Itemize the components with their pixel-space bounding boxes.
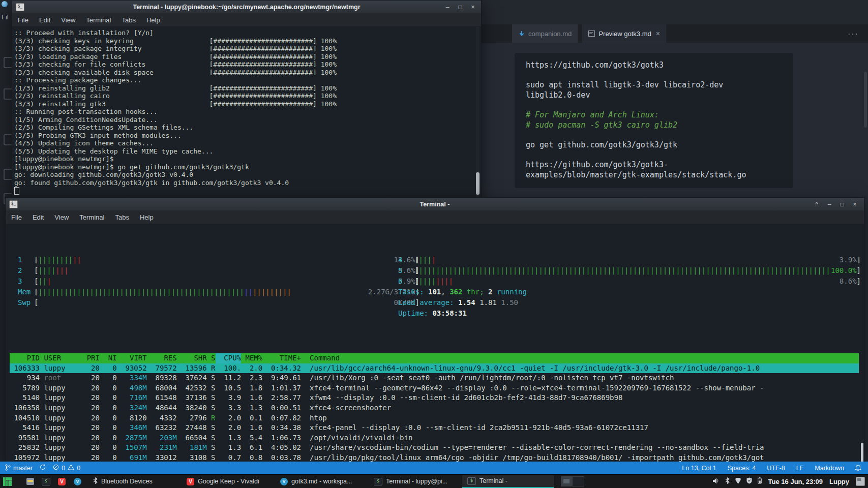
scrollbar-thumb[interactable]: [476, 172, 480, 195]
bottom-terminal-menu-help[interactable]: Help: [140, 214, 154, 221]
process-row[interactable]: 5789luppy200498M6800442532S10.51.81:01.3…: [10, 383, 859, 393]
debug-icon[interactable]: [4, 169, 12, 180]
manjaro-menu-icon[interactable]: [3, 477, 12, 486]
minimize-icon[interactable]: –: [826, 201, 832, 208]
encoding[interactable]: UTF-8: [767, 465, 785, 472]
task-button-gotk3-md-workspa[interactable]: Vgotk3.md - workspa...: [275, 475, 367, 488]
process-row[interactable]: 95581luppy2002875M203M66504S1.35.41:06.7…: [10, 433, 859, 443]
tab-label: Preview gotk3.md: [598, 30, 651, 38]
task-button-google-keep-vivaldi[interactable]: VGoogle Keep - Vivaldi: [182, 475, 273, 488]
editor-scrollbar[interactable]: [864, 72, 867, 128]
codium-logo-icon: [2, 1, 8, 7]
task-button-label: Terminal - luppy@pi...: [386, 478, 447, 485]
top-terminal-menu-tabs[interactable]: Tabs: [122, 16, 135, 24]
branch-icon: [5, 464, 11, 472]
process-row[interactable]: 25832luppy2001507M231M181MS1.36.14:05.02…: [10, 443, 859, 453]
bottom-terminal-title: Terminal -: [6, 201, 864, 208]
bottom-terminal-titlebar[interactable]: $_ Terminal - ^–□×: [6, 198, 864, 210]
bottom-terminal-menu-file[interactable]: File: [11, 214, 22, 221]
problems-indicator[interactable]: 0 0: [53, 464, 80, 472]
user-menu[interactable]: Luppy: [829, 478, 849, 485]
meter-label: 1: [18, 255, 34, 265]
explorer-icon[interactable]: [4, 57, 12, 68]
taskbar: $VV Bluetooth DevicesVGoogle Keep - Viva…: [0, 474, 868, 488]
more-actions-icon[interactable]: ···: [848, 29, 859, 39]
codium-file-menu[interactable]: Fil: [2, 13, 12, 21]
cursor-position[interactable]: Ln 13, Col 1: [682, 465, 716, 472]
error-icon: [53, 464, 59, 472]
shade-icon[interactable]: ^: [814, 201, 820, 208]
language-mode[interactable]: Markdown: [815, 465, 844, 472]
scrollbar-thumb[interactable]: [861, 443, 863, 462]
task-button-bluetooth-devices[interactable]: Bluetooth Devices: [88, 475, 179, 488]
sync-button[interactable]: [40, 464, 46, 472]
terminal-launcher[interactable]: $: [42, 477, 50, 486]
task-button-label: Terminal -: [480, 477, 507, 484]
task-button-terminal[interactable]: $Terminal -: [462, 475, 554, 488]
bell-icon[interactable]: [855, 465, 861, 471]
close-icon[interactable]: ×: [470, 4, 476, 11]
process-row[interactable]: 934root200334M8932837624S11.22.39:49.61/…: [10, 373, 859, 383]
top-terminal-titlebar[interactable]: $_ Terminal - luppy@pinebook:~/go/src/my…: [12, 1, 481, 13]
meter-2: 2[|||||||8.6%]: [18, 265, 420, 276]
tab-companion-md[interactable]: companion.md: [512, 24, 578, 43]
meter-label: 4: [398, 255, 414, 265]
process-row[interactable]: 106333luppy200930527957213596R100.2.00:3…: [10, 363, 859, 374]
battery-tray-icon[interactable]: [758, 477, 762, 486]
workspace-2[interactable]: [573, 477, 584, 486]
clock[interactable]: Tue 16 Jun, 23:09: [768, 478, 823, 485]
top-terminal-scrollbar[interactable]: [476, 27, 480, 199]
top-terminal-menu-file[interactable]: File: [18, 16, 28, 24]
search-icon[interactable]: [4, 88, 12, 100]
codium-launcher[interactable]: V: [73, 477, 82, 486]
terminal-line: go: found github.com/gotk3/gotk3/gtk in …: [14, 179, 481, 187]
indentation[interactable]: Spaces: 4: [728, 465, 756, 472]
shield-tray-icon[interactable]: [746, 477, 752, 486]
branch-indicator[interactable]: master: [5, 464, 33, 472]
top-terminal-menu-help[interactable]: Help: [146, 16, 160, 24]
top-terminal-menu-terminal[interactable]: Terminal: [86, 16, 111, 24]
files-launcher[interactable]: [26, 477, 35, 486]
code-line: go get github.com/gotk3/gotk3/gtk: [526, 140, 793, 150]
minimize-icon[interactable]: –: [444, 4, 451, 11]
maximize-icon[interactable]: □: [457, 4, 463, 11]
tab-preview-gotk3-md[interactable]: Preview gotk3.md×: [582, 24, 666, 43]
code-line: [526, 150, 793, 160]
source-control-icon[interactable]: [4, 134, 12, 145]
eol-indicator[interactable]: LF: [796, 465, 804, 472]
top-terminal-menu-edit[interactable]: Edit: [39, 16, 50, 24]
meter-value: 100.0%: [829, 265, 857, 276]
terminal-line: (3/5) Probing GTK3 input method modules.…: [14, 132, 481, 140]
bluetooth-tray-icon[interactable]: [725, 477, 730, 486]
htop-info-line: Uptime: 03:58:31: [398, 308, 467, 318]
bottom-terminal-menu-terminal[interactable]: Terminal: [79, 214, 104, 221]
bottom-terminal-menu-view[interactable]: View: [54, 214, 69, 221]
meter-label: 3: [18, 276, 34, 286]
codium-icon: V: [74, 478, 81, 485]
top-terminal-menubar: FileEditViewTerminalTabsHelp: [12, 13, 481, 27]
process-row[interactable]: 5140luppy200716M6154837136S3.91.62:58.77…: [10, 393, 859, 403]
bottom-terminal-menu-tabs[interactable]: Tabs: [115, 214, 129, 221]
terminal-line: (3/3) checking for file conflicts [#####…: [14, 60, 481, 69]
process-row[interactable]: 5416luppy200346M6323227448S2.01.60:34.38…: [10, 423, 859, 433]
sync-icon: [40, 464, 46, 472]
volume-tray-icon[interactable]: [713, 477, 720, 486]
warning-count: 0: [77, 465, 80, 472]
table-header-row[interactable]: PIDUSERPRINIVIRTRESSHRSCPU%MEM%TIME+Comm…: [10, 353, 859, 363]
maximize-icon[interactable]: □: [839, 201, 845, 208]
code-line: sudo apt install libgtk-3-dev libcairo2-…: [526, 80, 793, 90]
task-button-terminal-luppy-pi[interactable]: $Terminal - luppy@pi...: [369, 475, 460, 488]
process-row[interactable]: 106358luppy200324M4864438240S3.31.30:00.…: [10, 403, 859, 413]
process-row[interactable]: 105972luppy200691M330123108S0.70.80:03.7…: [10, 453, 859, 462]
process-row[interactable]: 104510luppy200812043322796R2.00.10:07.82…: [10, 413, 859, 423]
terminal-line: (3/3) reinstalling gtk3 [###############…: [14, 100, 481, 108]
close-icon[interactable]: ×: [656, 29, 660, 38]
close-icon[interactable]: ×: [852, 201, 858, 208]
desktop-pager-icon[interactable]: [856, 477, 865, 486]
network-tray-icon[interactable]: [735, 477, 741, 486]
vivaldi-launcher[interactable]: V: [57, 477, 66, 486]
bottom-terminal-menu-edit[interactable]: Edit: [33, 214, 44, 221]
top-terminal-menu-view[interactable]: View: [61, 16, 75, 24]
workspace-pager[interactable]: [561, 476, 584, 486]
workspace-1[interactable]: [561, 477, 573, 486]
